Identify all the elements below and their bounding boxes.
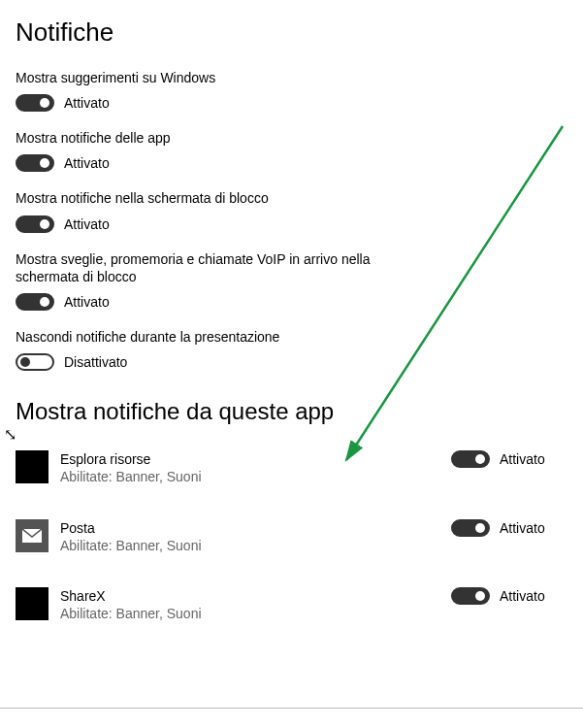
toggle-app-esplora-risorse[interactable] — [451, 450, 490, 468]
sharex-icon — [16, 587, 49, 620]
toggle-app-sharex[interactable] — [451, 587, 490, 605]
toggle-state-label: Attivato — [64, 216, 110, 232]
toggle-state-label: Attivato — [64, 95, 110, 111]
app-row-esplora-risorse[interactable]: Esplora risorse Abilitate: Banner, Suoni… — [16, 450, 567, 485]
setting-label: Mostra sveglie, promemoria e chiamate Vo… — [16, 250, 384, 285]
toggle-hide-presentation[interactable] — [16, 353, 54, 371]
app-row-posta[interactable]: Posta Abilitate: Banner, Suoni Attivato — [16, 519, 567, 554]
app-sub: Abilitate: Banner, Suoni — [60, 537, 451, 554]
toggle-state-label: Attivato — [500, 520, 545, 536]
app-name: ShareX — [60, 587, 451, 605]
toggle-windows-tips[interactable] — [16, 94, 54, 112]
app-row-sharex[interactable]: ShareX Abilitate: Banner, Suoni Attivato — [16, 587, 567, 622]
app-sub: Abilitate: Banner, Suoni — [60, 468, 451, 485]
app-sub: Abilitate: Banner, Suoni — [60, 605, 451, 622]
mail-icon — [16, 519, 49, 552]
file-explorer-icon — [16, 450, 49, 483]
setting-label: Mostra notifiche nella schermata di bloc… — [16, 189, 384, 207]
toggle-app-notifications[interactable] — [16, 154, 54, 172]
setting-windows-tips: Mostra suggerimenti su Windows Attivato — [16, 69, 567, 112]
apps-heading: Mostra notifiche da queste app — [16, 398, 567, 425]
app-name: Posta — [60, 519, 451, 537]
toggle-state-label: Attivato — [64, 155, 110, 171]
setting-label: Nascondi notifiche durante la presentazi… — [16, 328, 384, 346]
toggle-state-label: Attivato — [64, 294, 110, 310]
cursor-icon: ⤡ — [4, 425, 16, 444]
setting-app-notifications: Mostra notifiche delle app Attivato — [16, 129, 567, 172]
page-title: Notifiche — [16, 17, 567, 48]
divider — [0, 708, 583, 709]
app-list: Esplora risorse Abilitate: Banner, Suoni… — [16, 450, 567, 622]
toggle-state-label: Disattivato — [64, 354, 127, 370]
setting-lockscreen-notifications: Mostra notifiche nella schermata di bloc… — [16, 189, 567, 232]
app-name: Esplora risorse — [60, 450, 451, 468]
setting-label: Mostra notifiche delle app — [16, 129, 384, 147]
toggle-alarms-voip[interactable] — [16, 293, 54, 311]
toggle-lockscreen-notifications[interactable] — [16, 215, 54, 233]
setting-alarms-voip: Mostra sveglie, promemoria e chiamate Vo… — [16, 250, 567, 311]
toggle-state-label: Attivato — [500, 588, 545, 604]
setting-label: Mostra suggerimenti su Windows — [16, 69, 384, 86]
toggle-app-posta[interactable] — [451, 519, 490, 537]
setting-hide-presentation: Nascondi notifiche durante la presentazi… — [16, 328, 567, 371]
toggle-state-label: Attivato — [500, 451, 545, 467]
